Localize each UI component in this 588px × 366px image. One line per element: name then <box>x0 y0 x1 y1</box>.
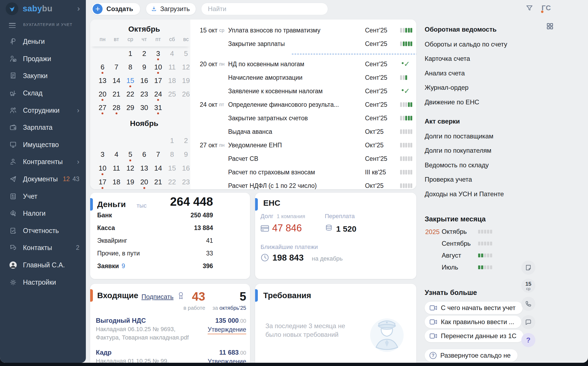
calendar-day[interactable]: 4 <box>165 47 179 60</box>
calendar-day[interactable]: 28 <box>110 101 124 114</box>
task-row[interactable]: Начисление амортизации Сент'25 <box>190 71 416 84</box>
calendar-day[interactable]: 22 <box>123 87 137 101</box>
calendar-day[interactable]: 18 <box>110 175 124 189</box>
task-row[interactable]: Расчет НДФЛ (с 1 по 22 число) Окт'25 <box>190 179 416 189</box>
month-close-row[interactable]: Июль <box>425 261 492 273</box>
task-row[interactable]: Выдача аванса Окт'25 <box>190 125 416 138</box>
video-link[interactable]: С чего начать вести учет <box>425 302 523 314</box>
task-row[interactable]: 27 окт пн Уведомление ЕНП Окт'25 <box>190 138 416 152</box>
phone-button[interactable] <box>521 297 535 311</box>
task-row[interactable]: Заявление к косвенным налогам Сент'25 ✓ <box>190 84 416 98</box>
calendar-day[interactable]: 11 <box>165 60 179 74</box>
calendar-day[interactable]: 16 <box>137 74 151 87</box>
brand-name[interactable]: sabybu <box>23 4 52 14</box>
task-row[interactable]: 24 окт пт Определение финансового резуль… <box>190 98 416 111</box>
calendar-day[interactable] <box>96 47 110 60</box>
report-link[interactable]: Обороты и сальдо по счету <box>425 37 507 52</box>
calendar-day[interactable]: 25 <box>165 87 179 101</box>
task-row[interactable]: Закрытие зарплаты Сент'25 <box>190 37 416 51</box>
calendar-day[interactable]: 18 <box>165 74 179 87</box>
report-link[interactable]: Ведомость по складу <box>425 158 504 172</box>
calendar-day[interactable]: 21 <box>110 87 124 101</box>
calendar-day[interactable]: 17 <box>151 74 165 87</box>
task-row[interactable]: Расчет СВ Сент'25 <box>190 152 416 165</box>
filter-icon[interactable] <box>525 4 533 12</box>
calendar-day[interactable]: 24 <box>151 87 165 101</box>
calendar-day[interactable]: 13 <box>137 161 151 175</box>
month-close-row[interactable]: Сентябрь <box>425 238 492 249</box>
sidebar-item[interactable]: Имущество <box>0 136 86 154</box>
inbox-item[interactable]: Выгодный НДС Накладная 06.10.25 № 9693, … <box>96 314 246 346</box>
report-link[interactable]: Проверка учета <box>425 172 504 187</box>
help-article-link[interactable]: ? Развернутое сальдо не <box>425 349 518 362</box>
calendar-day[interactable]: 15 <box>123 74 137 87</box>
calendar-day[interactable]: 6 <box>137 148 151 161</box>
sidebar-item[interactable]: Настройки <box>0 274 86 291</box>
help-button[interactable]: ? <box>521 333 535 347</box>
calendar-day[interactable]: 29 <box>123 101 137 114</box>
video-link[interactable]: Как правильно ввести ... <box>425 316 521 328</box>
calendar-day[interactable]: 1 <box>165 134 179 148</box>
upload-button[interactable]: Загрузить <box>146 3 196 15</box>
approve-link[interactable]: Утверждение <box>208 357 246 363</box>
calendar-day[interactable] <box>110 134 124 148</box>
calendar-day[interactable]: 14 <box>151 161 165 175</box>
calendar-day[interactable]: 1 <box>123 47 137 60</box>
inbox-item[interactable]: Кадр Накладная 01.10.25 № 99, 11 683.00 … <box>96 346 246 363</box>
calendar-day[interactable]: 7 <box>151 148 165 161</box>
calendar-day[interactable] <box>110 47 124 60</box>
month-close-row[interactable]: Октябрь <box>425 226 492 238</box>
calendar-day[interactable]: 20 <box>137 175 151 189</box>
report-group-header[interactable]: Акт сверки <box>425 118 460 125</box>
month-close-row[interactable]: Август <box>425 249 492 261</box>
calendar-day[interactable]: 31 <box>151 101 165 114</box>
approve-link[interactable]: Утверждение <box>208 325 246 334</box>
calendar-day[interactable]: 8 <box>165 148 179 161</box>
report-link[interactable]: Движение по ЕНС <box>425 95 507 109</box>
money-row[interactable]: Банк 250 489 <box>97 209 213 222</box>
report-link[interactable]: Долги по покупателям <box>425 144 504 158</box>
calendar-day[interactable]: 3 <box>151 47 165 60</box>
report-group-header[interactable]: Оборотная ведомость <box>425 26 496 33</box>
sidebar-item[interactable]: Документы 12 43 <box>0 171 86 188</box>
sidebar-item[interactable]: Учет <box>0 188 86 205</box>
calendar-date-button[interactable]: 15ср <box>521 279 535 293</box>
calendar-day[interactable]: 17 <box>96 175 110 189</box>
calendar-day[interactable]: 10 <box>151 60 165 74</box>
report-link[interactable]: Анализ счета <box>425 66 507 81</box>
calendar-day[interactable]: 22 <box>165 175 179 189</box>
money-row[interactable]: Прочие, в пути 33 <box>97 247 213 260</box>
calendar-day[interactable] <box>123 134 137 148</box>
calendar-day[interactable]: 19 <box>123 175 137 189</box>
search-input[interactable] <box>201 3 328 15</box>
calendar-day[interactable]: 20 <box>96 87 110 101</box>
calendar-day[interactable]: 10 <box>96 161 110 175</box>
money-row[interactable]: Заявки 9 396 <box>97 260 213 272</box>
chevron-right-icon[interactable]: › <box>77 4 80 12</box>
calendar-day[interactable]: 5 <box>123 148 137 161</box>
sidebar-item[interactable]: Налоги <box>0 205 86 222</box>
sidebar-item[interactable]: Контрагенты › <box>0 153 86 171</box>
calendar-day[interactable]: 21 <box>151 175 165 189</box>
calendar-day[interactable]: 14 <box>110 74 124 87</box>
calendar-day[interactable]: 30 <box>137 101 151 114</box>
calendar-day[interactable]: 8 <box>123 60 137 74</box>
calendar-day[interactable]: 23 <box>137 87 151 101</box>
task-row[interactable]: 20 окт пн НД по косвенным налогам Сент'2… <box>190 57 416 71</box>
sidebar-item[interactable]: Продажи <box>0 50 86 68</box>
sidebar-item[interactable]: Сотрудники › <box>0 102 86 119</box>
create-button[interactable]: + Создать <box>91 3 140 15</box>
sidebar-item[interactable]: Зарплата <box>0 119 86 136</box>
money-row[interactable]: Эквайринг 41 <box>97 234 213 247</box>
calendar-day[interactable]: 7 <box>110 60 124 74</box>
calendar-day[interactable]: 9 <box>137 60 151 74</box>
calendar-day[interactable] <box>137 134 151 148</box>
sidebar-item[interactable]: Главный С.А. <box>0 257 86 274</box>
gosuslugi-icon[interactable]: ГС <box>542 4 555 13</box>
report-link[interactable]: Карточка счета <box>425 52 507 66</box>
video-link[interactable]: Перенести данные из 1С <box>425 330 523 342</box>
sidebar-item[interactable]: Контакты 2 <box>0 239 86 257</box>
chat-button[interactable] <box>521 315 535 329</box>
menu-icon[interactable] <box>9 23 16 28</box>
task-row[interactable]: Расчет по страховым взносам III кв'25 <box>190 165 416 179</box>
